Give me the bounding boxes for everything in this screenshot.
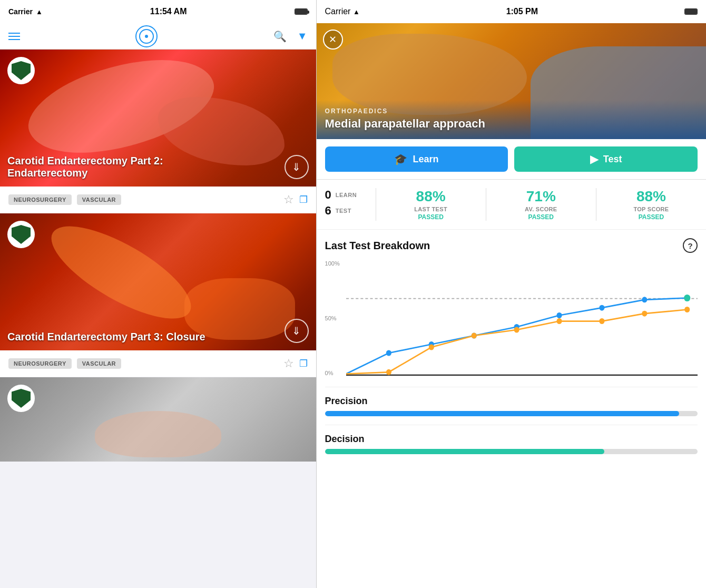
- close-button[interactable]: ✕: [323, 30, 343, 50]
- card-1-favorite-button[interactable]: ☆: [283, 193, 294, 207]
- test-button[interactable]: ▶ Test: [514, 146, 698, 172]
- svg-point-15: [599, 318, 604, 324]
- card-1-download-icon[interactable]: ⇓: [285, 155, 309, 179]
- right-carrier: Carrier ▲: [325, 7, 360, 16]
- card-2-footer: NEUROSURGERY VASCULAR ☆ ❐: [0, 350, 316, 377]
- hamburger-menu[interactable]: [8, 33, 20, 40]
- svg-point-13: [514, 327, 519, 333]
- learn-count-label: LEARN: [336, 192, 357, 198]
- precision-section: Precision: [325, 396, 698, 416]
- left-time: 11:54 AM: [150, 7, 187, 16]
- stat-divider-1: [376, 188, 376, 221]
- divider-1: [325, 387, 698, 387]
- svg-point-6: [556, 312, 562, 318]
- card-2-tag-neurosurgery[interactable]: NEUROSURGERY: [8, 358, 72, 369]
- left-battery-icon: [295, 8, 308, 15]
- card-2-tag-vascular[interactable]: VASCULAR: [77, 358, 121, 369]
- card-2-download-icon[interactable]: ⇓: [285, 319, 309, 343]
- left-wifi-icon: ▲: [36, 8, 43, 16]
- svg-point-11: [428, 345, 434, 350]
- divider-2: [325, 425, 698, 425]
- svg-point-2: [386, 350, 391, 356]
- test-count-item: 6 TEST: [325, 204, 367, 218]
- card-3: [0, 377, 316, 462]
- svg-point-17: [684, 307, 690, 312]
- top-score-block: 88% TOP SCORE PASSED: [605, 188, 698, 221]
- chart-title: Last Test Breakdown: [325, 240, 430, 252]
- left-panel: Carrier ▲ 11:54 AM 🔍 ▼: [0, 0, 316, 588]
- shield-icon: [12, 61, 31, 80]
- stat-divider-3: [596, 188, 596, 221]
- card-3-shield: [7, 385, 35, 412]
- stats-row: 0 LEARN 6 TEST 88% LAST TEST PASSED 71% …: [317, 180, 706, 230]
- card-1-tag-neurosurgery[interactable]: NEUROSURGERY: [8, 194, 72, 205]
- card-2-image: Carotid Endarterectomy Part 3: Closure ⇓: [0, 213, 316, 350]
- last-test-status: PASSED: [418, 213, 443, 221]
- chart-y-100-label: 100%: [325, 260, 340, 267]
- top-score-label: TOP SCORE: [633, 206, 669, 212]
- top-score-percent: 88%: [636, 188, 666, 205]
- card-1-image: Carotid Endarterectomy Part 2: Endartere…: [0, 50, 316, 187]
- chart-area: 100% 50% 0%: [325, 260, 698, 376]
- chart-svg: [346, 260, 698, 376]
- av-score-percent: 71%: [526, 188, 556, 205]
- last-test-percent: 88%: [416, 188, 446, 205]
- help-button[interactable]: ?: [683, 238, 698, 253]
- content-area: Last Test Breakdown ? 100% 50% 0%: [317, 230, 706, 588]
- card-1-shield: [7, 57, 35, 84]
- decision-section: Decision: [325, 434, 698, 454]
- card-1-tag-vascular[interactable]: VASCULAR: [77, 194, 121, 205]
- test-label: Test: [603, 154, 622, 165]
- left-status-bar: Carrier ▲ 11:54 AM: [0, 0, 316, 23]
- action-buttons: 🎓 Learn ▶ Test: [317, 139, 706, 180]
- svg-point-12: [471, 333, 476, 339]
- learn-button[interactable]: 🎓 Learn: [325, 146, 508, 172]
- right-status-bar: Carrier ▲ 1:05 PM: [317, 0, 706, 23]
- left-carrier-text: Carrier: [8, 7, 33, 16]
- card-1-title: Carotid Endarterectomy Part 2: Endartere…: [7, 155, 244, 179]
- chart-y-0-label: 0%: [325, 370, 334, 376]
- card-2-bg: [0, 213, 316, 350]
- precision-label: Precision: [325, 396, 698, 407]
- hero-title: Medial parapatellar approach: [325, 117, 698, 131]
- precision-progress-bar: [325, 411, 698, 416]
- card-2-favorite-button[interactable]: ☆: [283, 357, 294, 370]
- last-test-label: LAST TEST: [414, 206, 447, 212]
- right-battery-icon: [684, 8, 698, 15]
- play-icon: ▶: [590, 153, 598, 165]
- last-test-block: 88% LAST TEST PASSED: [385, 188, 477, 221]
- right-time: 1:05 PM: [506, 7, 538, 16]
- card-2-shield: [7, 221, 35, 248]
- precision-fill: [325, 411, 679, 416]
- filter-icon[interactable]: ▼: [297, 30, 308, 42]
- svg-point-16: [642, 311, 647, 317]
- shield-icon-3: [12, 389, 31, 408]
- right-wifi-icon: ▲: [353, 8, 360, 16]
- nav-right-icons: 🔍 ▼: [273, 30, 308, 43]
- learn-label: Learn: [413, 154, 438, 165]
- card-list: Carotid Endarterectomy Part 2: Endartere…: [0, 50, 316, 588]
- card-2: Carotid Endarterectomy Part 3: Closure ⇓…: [0, 213, 316, 377]
- chart-y-50-label: 50%: [325, 315, 337, 321]
- card-2-share-button[interactable]: ❐: [299, 358, 308, 369]
- right-panel: Carrier ▲ 1:05 PM ✕ ORTHOPAEDICS Medial …: [317, 0, 706, 588]
- svg-point-14: [556, 318, 562, 324]
- svg-point-7: [599, 305, 604, 311]
- hero-image: ✕ ORTHOPAEDICS Medial parapatellar appro…: [317, 23, 706, 139]
- card-1-share-button[interactable]: ❐: [299, 194, 308, 205]
- learn-count: 0: [325, 188, 331, 202]
- decision-fill: [325, 449, 605, 454]
- test-count-label: TEST: [336, 208, 351, 214]
- shield-icon-2: [12, 225, 31, 244]
- chart-section-header: Last Test Breakdown ?: [325, 238, 698, 253]
- decision-label: Decision: [325, 434, 698, 445]
- app-logo[interactable]: [135, 25, 158, 47]
- hero-overlay: ORTHOPAEDICS Medial parapatellar approac…: [317, 100, 706, 139]
- card-1: Carotid Endarterectomy Part 2: Endartere…: [0, 50, 316, 213]
- svg-point-10: [386, 369, 391, 375]
- stat-divider-2: [486, 188, 486, 221]
- decision-progress-bar: [325, 449, 698, 454]
- search-icon[interactable]: 🔍: [273, 30, 287, 43]
- learn-count-item: 0 LEARN: [325, 188, 367, 202]
- graduation-icon: 🎓: [394, 153, 407, 165]
